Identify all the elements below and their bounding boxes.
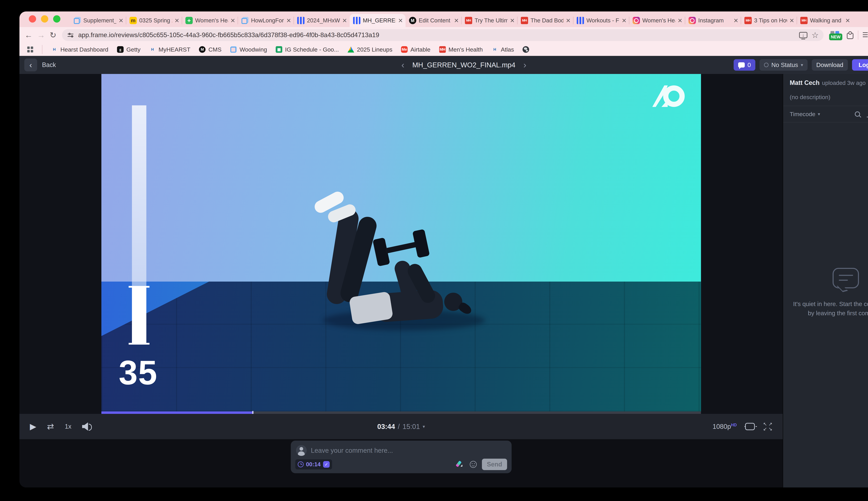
tab-title: Try The Ultimate xyxy=(475,17,507,24)
tab-title: Workouts - Fram xyxy=(587,17,619,24)
fullscreen-icon[interactable]: ↖↗↙↘ xyxy=(763,422,772,431)
install-app-icon[interactable] xyxy=(799,32,807,38)
tab-close-icon[interactable]: × xyxy=(342,17,347,24)
comments-sidebar: Matt Cech uploaded 3w ago (no descriptio… xyxy=(783,74,868,488)
url-text[interactable]: app.frame.io/reviews/c805c655-105c-44a3-… xyxy=(78,31,795,39)
playback-speed-button[interactable]: 1x xyxy=(65,423,71,430)
loop-button[interactable]: ⇄ xyxy=(47,422,54,431)
export-comments-icon[interactable] xyxy=(866,110,868,118)
bookmark-item[interactable]: g Getty xyxy=(117,46,140,53)
bookmark-item[interactable]: Woodwing xyxy=(230,46,267,53)
bookmark-item[interactable]: ▦ IG Schedule - Goo... xyxy=(276,46,339,53)
speech-bubble-icon xyxy=(833,268,859,288)
close-window-button[interactable] xyxy=(29,15,36,23)
browser-tab[interactable]: MH 3 Tips on How to × xyxy=(741,14,797,27)
tab-close-icon[interactable]: × xyxy=(454,17,459,24)
browser-window: Supplement_Gre × m 0325 Spring 202 × + W… xyxy=(20,11,868,488)
tab-close-icon[interactable]: × xyxy=(678,17,682,24)
send-button[interactable]: Send xyxy=(482,459,507,470)
tab-close-icon[interactable]: × xyxy=(845,17,850,24)
volume-icon[interactable] xyxy=(82,422,91,431)
uploader-name[interactable]: Matt Cech xyxy=(790,79,819,86)
bookmark-item[interactable]: Me Airtable xyxy=(401,46,430,53)
timestamp-chip[interactable]: 00:14 ✓ xyxy=(295,459,332,469)
tab-title: Supplement_Gre xyxy=(83,17,116,24)
timestamp-toggle[interactable]: ✓ xyxy=(323,461,330,468)
back-label[interactable]: Back xyxy=(42,61,56,68)
comment-count-button[interactable]: 0 xyxy=(733,59,756,71)
browser-tab[interactable]: + Women's Health × xyxy=(182,14,238,27)
tab-close-icon[interactable]: × xyxy=(733,17,738,24)
seek-bar[interactable] xyxy=(101,412,701,414)
tab-close-icon[interactable]: × xyxy=(231,17,235,24)
quality-button[interactable]: 1080pHD xyxy=(712,423,737,430)
bookmark-label: IG Schedule - Goo... xyxy=(285,46,339,53)
extension-new-icon[interactable]: NEW xyxy=(829,31,842,40)
browser-tab[interactable]: Instagram × xyxy=(685,14,741,27)
timecode-dropdown[interactable]: Timecode ▾ xyxy=(790,111,820,118)
site-settings-icon[interactable] xyxy=(67,31,74,39)
bookmark-item[interactable]: 2025 Lineups xyxy=(347,46,392,53)
bookmark-label: Atlas xyxy=(501,46,514,53)
forward-nav-icon[interactable]: → xyxy=(37,31,45,39)
browser-tab[interactable]: MH Try The Ultimate × xyxy=(461,14,517,27)
tab-close-icon[interactable]: × xyxy=(790,17,794,24)
guides-icon[interactable] xyxy=(745,423,755,430)
bookmark-star-icon[interactable]: ☆ xyxy=(812,31,819,39)
mh-favicon: MH xyxy=(439,46,446,53)
address-bar[interactable]: app.frame.io/reviews/c805c655-105c-44a3-… xyxy=(62,29,824,41)
tab-close-icon[interactable]: × xyxy=(510,17,515,24)
zoom-window-button[interactable] xyxy=(53,15,61,23)
browser-tab[interactable]: 2024_MHxWH_A × xyxy=(294,14,350,27)
back-button[interactable]: ‹ xyxy=(24,58,37,71)
video-frame[interactable]: 35 xyxy=(101,74,701,412)
time-separator: / xyxy=(398,423,400,430)
time-display[interactable]: 03:44 / 15:01 ▾ xyxy=(377,423,425,430)
bookmark-item[interactable]: M CMS xyxy=(199,46,222,53)
exercising-person xyxy=(101,74,701,412)
back-nav-icon[interactable]: ← xyxy=(25,31,33,39)
search-comments-icon[interactable] xyxy=(855,111,860,117)
comment-composer[interactable]: 00:14 ✓ Send xyxy=(291,440,512,473)
status-dropdown[interactable]: No Status ▾ xyxy=(760,59,807,71)
browser-tab[interactable]: MH The Dad Bod Shr × xyxy=(517,14,573,27)
play-button[interactable]: ▶ xyxy=(30,422,36,431)
login-button[interactable]: Login xyxy=(852,59,868,71)
tab-close-icon[interactable]: × xyxy=(119,17,123,24)
tab-close-icon[interactable]: × xyxy=(566,17,570,24)
minimize-window-button[interactable] xyxy=(41,15,48,23)
browser-tab[interactable]: Women's Health × xyxy=(629,14,685,27)
tab-close-icon[interactable]: × xyxy=(398,17,403,24)
bookmark-item[interactable]: MH Men's Health xyxy=(439,46,483,53)
frameio-favicon xyxy=(577,17,584,24)
browser-tab[interactable]: Supplement_Gre × xyxy=(70,14,126,27)
reload-icon[interactable]: ↻ xyxy=(50,31,56,39)
tab-close-icon[interactable]: × xyxy=(622,17,626,24)
next-asset-icon[interactable]: › xyxy=(523,61,526,70)
download-button[interactable]: Download xyxy=(812,59,848,71)
previous-asset-icon[interactable]: ‹ xyxy=(401,61,404,70)
player-controls: ▶ ⇄ 1x 03:44 / 15:01 ▾ 1080pHD ↖↗↙↘ xyxy=(20,414,783,439)
comment-input[interactable] xyxy=(311,447,506,454)
tab-close-icon[interactable]: × xyxy=(175,17,179,24)
browser-tab[interactable]: MH_GERREN_W × xyxy=(350,14,406,27)
bookmark-item[interactable]: H Atlas xyxy=(492,46,514,53)
annotate-icon[interactable] xyxy=(457,460,464,468)
bookmark-item[interactable]: H Hearst Dashboard xyxy=(51,46,108,53)
browser-tab[interactable]: Workouts - Fram × xyxy=(573,14,629,27)
timer-bar-track xyxy=(132,105,146,286)
bookmark-item[interactable] xyxy=(523,46,529,53)
hd-badge: HD xyxy=(731,423,737,427)
browser-tab[interactable]: m 0325 Spring 202 × xyxy=(126,14,182,27)
browser-tab[interactable]: MH Walking and Wei × xyxy=(797,14,853,27)
tab-close-icon[interactable]: × xyxy=(287,17,291,24)
extensions-icon[interactable] xyxy=(847,33,854,39)
reading-list-icon[interactable] xyxy=(863,31,868,39)
apps-grid-icon[interactable] xyxy=(27,46,33,53)
browser-tab[interactable]: HowLongForWor × xyxy=(238,14,294,27)
bookmark-item[interactable]: H MyHEARST xyxy=(149,46,190,53)
progress-row xyxy=(20,412,783,414)
emoji-icon[interactable] xyxy=(470,461,477,468)
comment-area: 00:14 ✓ Send xyxy=(20,439,783,488)
browser-tab[interactable]: M Edit Content | b0 × xyxy=(406,14,461,27)
